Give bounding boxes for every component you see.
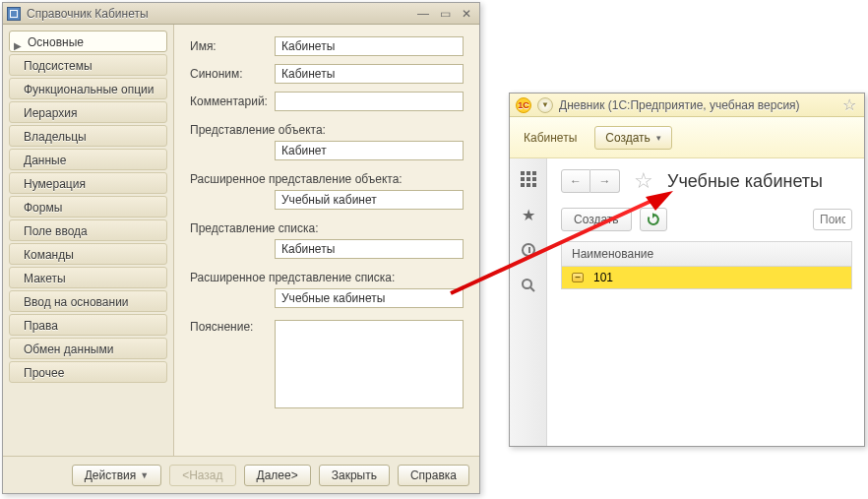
list-repr-ext-label: Расширенное представление списка: [190,271,464,284]
nav-item-input-field[interactable]: Поле ввода [9,219,167,241]
title-bar: Справочник Кабинеты — ▭ ✕ [3,3,479,25]
svg-marker-2 [652,213,655,218]
nav-forward-button[interactable]: → [590,169,620,193]
window-title: Справочник Кабинеты [27,7,149,21]
row-cell-name: 101 [593,271,613,284]
explain-label: Пояснение: [190,320,275,408]
bottom-bar: Действия▼ <Назад Далее> Закрыть Справка [3,456,479,493]
obj-repr-label: Представление объекта: [190,123,464,137]
favorite-header-icon[interactable]: ☆ [840,96,858,114]
nav-item-owners[interactable]: Владельцы [9,125,167,147]
back-button: <Назад [169,465,235,486]
actions-button[interactable]: Действия▼ [72,465,162,486]
toolbar-refresh-button[interactable] [640,208,667,231]
obj-repr-input[interactable] [275,141,464,160]
nav-item-main[interactable]: Основные [9,31,167,52]
page-favorite-icon[interactable]: ☆ [634,168,653,194]
app-icon [7,7,21,21]
toolbar-create-button[interactable]: Создать [561,208,632,231]
nav-item-input-on-basis[interactable]: Ввод на основании [9,290,167,312]
history-icon[interactable] [520,241,537,259]
explain-textarea[interactable] [275,320,464,408]
toolbar-search-input[interactable] [813,209,852,230]
synonym-label: Синоним: [190,67,275,81]
svg-point-0 [523,280,531,288]
designer-nav: Основные Подсистемы Функциональные опции… [3,25,174,456]
comment-input[interactable] [275,92,464,111]
help-button[interactable]: Справка [398,465,469,486]
synonym-input[interactable] [275,64,464,84]
runtime-main: ← → ☆ Учебные кабинеты Создать Наименова… [547,158,864,447]
strip-create-button[interactable]: Создать▾ [594,126,672,150]
table-header-name[interactable]: Наименование [562,242,851,267]
page-heading: Учебные кабинеты [667,171,823,192]
close-button[interactable]: ✕ [458,7,475,21]
nav-item-rights[interactable]: Права [9,314,167,336]
obj-repr-ext-label: Расширенное представление объекта: [190,172,464,186]
list-repr-input[interactable] [275,239,464,259]
list-repr-label: Представление списка: [190,221,464,235]
restore-button[interactable]: ▭ [436,7,454,21]
obj-repr-ext-input[interactable] [275,190,464,210]
svg-line-1 [530,287,534,291]
form-panel: Имя: Синоним: Комментарий: Представление… [174,25,479,456]
runtime-table: Наименование – 101 [561,241,852,289]
strip-tab[interactable]: Кабинеты [524,131,577,145]
designer-window: Справочник Кабинеты — ▭ ✕ Основные Подси… [2,2,480,494]
comment-label: Комментарий: [190,94,275,108]
nav-item-data-exchange[interactable]: Обмен данными [9,338,167,359]
nav-item-hierarchy[interactable]: Иерархия [9,101,167,123]
runtime-title-bar: ▼ Дневник (1С:Предприятие, учебная верси… [510,94,864,117]
close-form-button[interactable]: Закрыть [319,465,390,486]
nav-item-commands[interactable]: Команды [9,243,167,265]
nav-item-other[interactable]: Прочее [9,361,167,383]
search-icon[interactable] [520,277,537,294]
runtime-window: ▼ Дневник (1С:Предприятие, учебная верси… [509,93,865,447]
name-input[interactable] [275,36,464,56]
nav-item-forms[interactable]: Формы [9,196,167,218]
nav-item-numbering[interactable]: Нумерация [9,172,167,194]
window-controls: — ▭ ✕ [414,7,475,21]
nav-item-templates[interactable]: Макеты [9,267,167,288]
minimize-button[interactable]: — [414,7,432,21]
nav-back-button[interactable]: ← [561,169,590,193]
app-logo-icon [516,97,531,113]
runtime-window-title: Дневник (1С:Предприятие, учебная версия) [559,98,800,112]
nav-item-data[interactable]: Данные [9,149,167,170]
favorites-icon[interactable]: ★ [520,206,537,223]
row-item-icon: – [572,273,584,282]
runtime-toolbar: Создать [561,208,852,231]
nav-item-func-opts[interactable]: Функциональные опции [9,78,167,99]
name-label: Имя: [190,39,275,53]
runtime-strip: Кабинеты Создать▾ [510,117,864,158]
title-dropdown-icon[interactable]: ▼ [537,97,553,113]
next-button[interactable]: Далее> [244,465,311,486]
table-row[interactable]: – 101 [562,267,851,288]
nav-item-subsystems[interactable]: Подсистемы [9,54,167,76]
list-repr-ext-input[interactable] [275,288,464,308]
runtime-sidebar: ★ [510,158,547,447]
apps-grid-icon[interactable] [520,170,537,188]
